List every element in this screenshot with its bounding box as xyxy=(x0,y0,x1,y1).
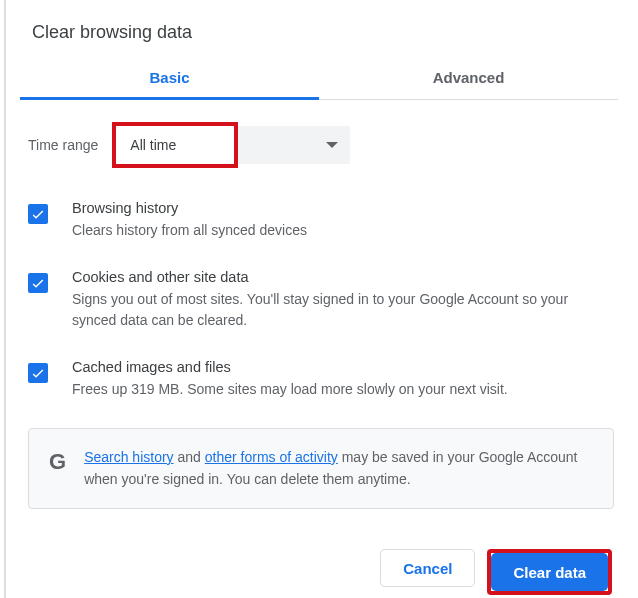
check-icon xyxy=(30,206,46,222)
option-desc: Frees up 319 MB. Some sites may load mor… xyxy=(72,379,508,400)
clear-data-highlight: Clear data xyxy=(487,549,612,595)
tab-advanced[interactable]: Advanced xyxy=(319,57,618,99)
tab-basic[interactable]: Basic xyxy=(20,57,319,99)
time-range-highlight: All time xyxy=(112,122,238,168)
google-account-info: G Search history and other forms of acti… xyxy=(28,428,614,509)
time-range-dropdown[interactable] xyxy=(238,126,350,164)
time-range-value[interactable]: All time xyxy=(116,126,234,164)
info-text: Search history and other forms of activi… xyxy=(84,447,593,490)
option-text: Browsing history Clears history from all… xyxy=(72,200,307,241)
dialog-title: Clear browsing data xyxy=(6,0,634,57)
dialog-footer: Cancel Clear data xyxy=(6,509,634,595)
checkbox-browsing-history[interactable] xyxy=(28,204,48,224)
tabs: Basic Advanced xyxy=(20,57,618,100)
google-logo-icon: G xyxy=(49,449,66,475)
info-mid: and xyxy=(174,449,205,465)
time-range-label: Time range xyxy=(28,137,98,153)
option-title: Cookies and other site data xyxy=(72,269,614,285)
option-cache: Cached images and files Frees up 319 MB.… xyxy=(28,359,614,400)
option-text: Cached images and files Frees up 319 MB.… xyxy=(72,359,508,400)
time-range-row: Time range All time xyxy=(28,122,614,168)
clear-browsing-data-dialog: Clear browsing data Basic Advanced Time … xyxy=(4,0,634,598)
option-text: Cookies and other site data Signs you ou… xyxy=(72,269,614,331)
option-desc: Signs you out of most sites. You'll stay… xyxy=(72,289,614,331)
dialog-body: Time range All time Browsing history Cle… xyxy=(6,100,634,509)
chevron-down-icon xyxy=(326,142,338,148)
option-cookies: Cookies and other site data Signs you ou… xyxy=(28,269,614,331)
check-icon xyxy=(30,275,46,291)
checkbox-cache[interactable] xyxy=(28,363,48,383)
checkbox-cookies[interactable] xyxy=(28,273,48,293)
option-title: Browsing history xyxy=(72,200,307,216)
option-title: Cached images and files xyxy=(72,359,508,375)
check-icon xyxy=(30,365,46,381)
search-history-link[interactable]: Search history xyxy=(84,449,173,465)
clear-data-button[interactable]: Clear data xyxy=(491,553,608,591)
cancel-button[interactable]: Cancel xyxy=(380,549,475,587)
option-desc: Clears history from all synced devices xyxy=(72,220,307,241)
option-browsing-history: Browsing history Clears history from all… xyxy=(28,200,614,241)
other-activity-link[interactable]: other forms of activity xyxy=(205,449,338,465)
